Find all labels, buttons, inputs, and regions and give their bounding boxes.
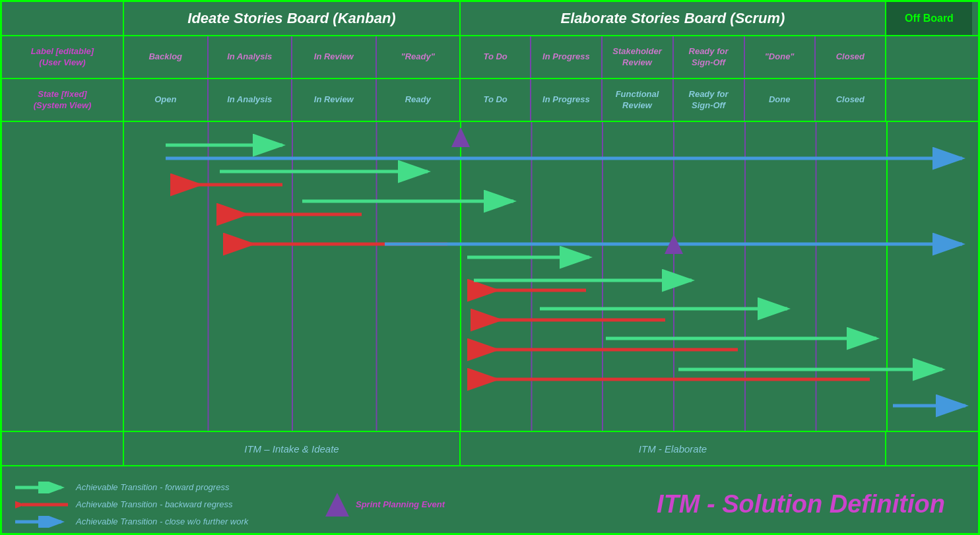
- header-row: Ideate Stories Board (Kanban) Elaborate …: [2, 2, 978, 36]
- arrow-area: [2, 122, 978, 432]
- state-todo: To Do: [461, 79, 531, 121]
- state-ready-signoff: Ready forSign-Off: [674, 79, 745, 121]
- header-offboard: Off Board: [886, 2, 972, 35]
- col-ready-signoff: Ready forSign-Off: [674, 36, 745, 78]
- label-row: Label [editable](User View) Backlog In A…: [2, 36, 978, 79]
- col-done: "Done": [745, 36, 816, 78]
- col-todo-label: To Do: [483, 51, 507, 63]
- col-stakeholder-label: StakeholderReview: [612, 46, 661, 69]
- bottom-labels-row: ITM – Intake & Ideate ITM - Elaborate: [2, 432, 978, 466]
- legend-green-arrow: [15, 482, 68, 493]
- legend-red-arrow-svg: [15, 499, 68, 511]
- state-functional-review: FunctionalReview: [603, 79, 674, 121]
- col-done-label: "Done": [765, 51, 795, 63]
- legend-blue-arrow-svg: [15, 516, 68, 528]
- state-offboard-spacer: [886, 79, 972, 121]
- sprint-legend-text: Sprint Planning Event: [356, 499, 445, 509]
- itm-solution-text: ITM - Solution Definition: [657, 490, 945, 519]
- header-elaborate: Elaborate Stories Board (Scrum): [461, 2, 886, 35]
- state-row-left-text: State [fixed](System View): [34, 89, 92, 111]
- bottom-elaborate-label: ITM - Elaborate: [461, 432, 886, 465]
- state-done: Done: [745, 79, 816, 121]
- legend-forward: Achievable Transition - forward progress: [15, 482, 312, 493]
- state-closed: Closed: [816, 79, 885, 121]
- label-row-left-text: Label [editable](User View): [31, 46, 94, 69]
- offboard-title: Off Board: [905, 13, 954, 24]
- state-ready: Ready: [377, 79, 460, 121]
- col-in-review: In Review: [292, 36, 377, 78]
- legend-close-text: Achievable Transition - close w/o furthe…: [76, 517, 248, 526]
- col-in-progress: In Progress: [531, 36, 602, 78]
- state-in-analysis: In Analysis: [209, 79, 293, 121]
- label-row-left: Label [editable](User View): [2, 36, 124, 78]
- state-in-progress-label: In Progress: [542, 94, 590, 106]
- state-in-review: In Review: [292, 79, 377, 121]
- legend-blue-arrow: [15, 516, 68, 528]
- bottom-left-spacer: [2, 432, 124, 465]
- col-backlog-label: Backlog: [148, 51, 182, 63]
- col-ready: "Ready": [377, 36, 460, 78]
- legend-forward-text: Achievable Transition - forward progress: [76, 482, 229, 492]
- legend-green-arrow-svg: [15, 482, 68, 493]
- arrow-cols-area: [124, 122, 978, 431]
- col-in-analysis-label: In Analysis: [227, 51, 272, 63]
- col-backlog: Backlog: [124, 36, 209, 78]
- col-ready-signoff-label: Ready forSign-Off: [689, 46, 729, 69]
- col-in-analysis: In Analysis: [209, 36, 293, 78]
- col-closed: Closed: [816, 36, 885, 78]
- arrow-svg: [124, 122, 978, 431]
- col-in-review-label: In Review: [314, 51, 354, 63]
- legend-backward: Achievable Transition - backward regress: [15, 499, 312, 511]
- state-functional-review-label: FunctionalReview: [616, 89, 659, 111]
- bottom-ideate-label: ITM – Intake & Ideate: [124, 432, 461, 465]
- sprint-triangle-legend: [325, 493, 349, 517]
- bottom-ideate-text: ITM – Intake & Ideate: [244, 443, 339, 455]
- sprint-triangle-1: [451, 127, 470, 147]
- header-ideate: Ideate Stories Board (Kanban): [124, 2, 461, 35]
- col-todo: To Do: [461, 36, 531, 78]
- state-in-progress: In Progress: [531, 79, 602, 121]
- itm-solution-container: ITM - Solution Definition: [657, 490, 958, 519]
- bottom-offboard: [886, 432, 972, 465]
- state-open: Open: [124, 79, 209, 121]
- state-done-label: Done: [769, 94, 791, 106]
- state-in-review-label: In Review: [314, 94, 354, 106]
- legend-row: Achievable Transition - forward progress…: [2, 466, 978, 535]
- main-container: Ideate Stories Board (Kanban) Elaborate …: [0, 0, 980, 535]
- bottom-elaborate-text: ITM - Elaborate: [639, 443, 707, 455]
- state-todo-label: To Do: [483, 94, 507, 106]
- ideate-board-title: Ideate Stories Board (Kanban): [187, 10, 395, 27]
- col-stakeholder-review: StakeholderReview: [603, 36, 674, 78]
- state-ready-label: Ready: [405, 94, 431, 106]
- legend-red-arrow: [15, 499, 68, 511]
- state-open-label: Open: [154, 94, 176, 106]
- col-offboard-label: [886, 36, 972, 78]
- legend-backward-text: Achievable Transition - backward regress: [76, 499, 232, 509]
- state-closed-label: Closed: [836, 94, 865, 106]
- state-row: State [fixed](System View) Open In Analy…: [2, 79, 978, 122]
- elaborate-board-title: Elaborate Stories Board (Scrum): [561, 10, 785, 27]
- col-ready-label: "Ready": [401, 51, 435, 63]
- legend-items: Achievable Transition - forward progress…: [15, 482, 312, 528]
- col-in-progress-label: In Progress: [542, 51, 590, 63]
- legend-close: Achievable Transition - close w/o furthe…: [15, 516, 312, 528]
- header-left-spacer: [2, 2, 124, 35]
- state-ready-signoff-label: Ready forSign-Off: [689, 89, 729, 111]
- sprint-legend: Sprint Planning Event: [325, 493, 445, 517]
- state-in-analysis-label: In Analysis: [227, 94, 272, 106]
- col-closed-label: Closed: [836, 51, 865, 63]
- state-row-left: State [fixed](System View): [2, 79, 124, 121]
- arrow-row-label: [2, 122, 124, 431]
